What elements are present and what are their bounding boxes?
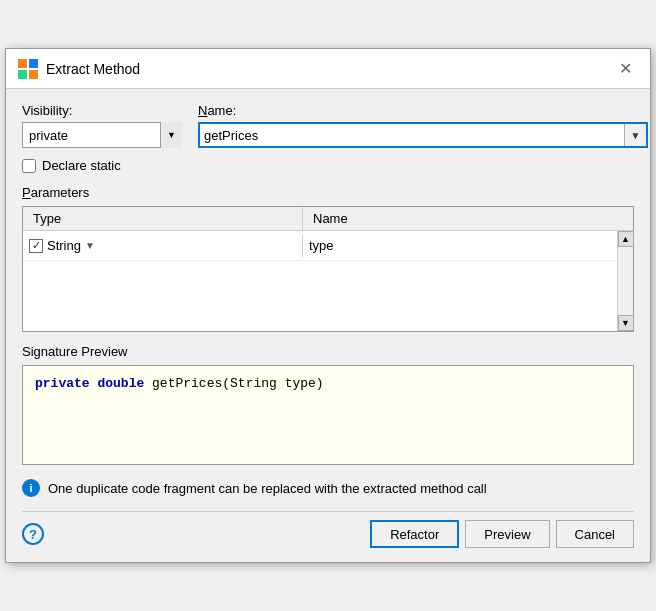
button-row: ? Refactor Preview Cancel <box>22 511 634 548</box>
visibility-select[interactable]: private public protected package <box>22 122 182 148</box>
parameters-section: Parameters Type Name ✓ String <box>22 185 634 332</box>
scroll-track <box>618 247 633 315</box>
cancel-button[interactable]: Cancel <box>556 520 634 548</box>
visibility-select-wrapper: private public protected package ▼ <box>22 122 182 148</box>
visibility-name-row: Visibility: private public protected pac… <box>22 103 634 148</box>
dialog-title: Extract Method <box>46 61 140 77</box>
dialog-content: Visibility: private public protected pac… <box>6 89 650 562</box>
signature-preview-box: private double getPrices(String type) <box>22 365 634 465</box>
parameters-table: Type Name ✓ String ▼ <box>22 206 634 332</box>
info-row: i One duplicate code fragment can be rep… <box>22 479 634 497</box>
name-value: type <box>309 238 334 253</box>
help-button[interactable]: ? <box>22 523 44 545</box>
name-dropdown-button[interactable]: ▼ <box>624 124 646 146</box>
name-label: Name: <box>198 103 648 118</box>
scroll-up-button[interactable]: ▲ <box>618 231 634 247</box>
name-cell: type <box>303 234 617 257</box>
visibility-label: Visibility: <box>22 103 182 118</box>
preview-button[interactable]: Preview <box>465 520 549 548</box>
table-row: ✓ String ▼ type <box>23 231 617 261</box>
params-scroll-area: ✓ String ▼ type <box>23 231 617 331</box>
info-icon: i <box>22 479 40 497</box>
sig-method-call: getPrices(String type) <box>152 376 324 391</box>
dialog-icon <box>18 59 38 79</box>
signature-section-label: Signature Preview <box>22 344 634 359</box>
svg-rect-1 <box>29 59 38 68</box>
type-cell: ✓ String ▼ <box>23 234 303 257</box>
svg-rect-2 <box>18 70 27 79</box>
svg-rect-0 <box>18 59 27 68</box>
scroll-down-button[interactable]: ▼ <box>618 315 634 331</box>
title-bar-left: Extract Method <box>18 59 140 79</box>
sig-private-keyword: private <box>35 376 90 391</box>
row-checkbox[interactable]: ✓ <box>29 239 43 253</box>
params-body: ✓ String ▼ type ▲ <box>23 231 633 331</box>
parameters-section-label: Parameters <box>22 185 634 200</box>
params-scrollbar: ▲ ▼ <box>617 231 633 331</box>
type-chevron-icon[interactable]: ▼ <box>85 240 95 251</box>
refactor-button[interactable]: Refactor <box>370 520 459 548</box>
declare-static-row: Declare static <box>22 158 634 173</box>
close-button[interactable]: ✕ <box>613 57 638 80</box>
extract-method-dialog: Extract Method ✕ Visibility: private pub… <box>5 48 651 563</box>
sig-return-type: double <box>97 376 144 391</box>
declare-static-label: Declare static <box>42 158 121 173</box>
signature-section: Signature Preview private double getPric… <box>22 344 634 465</box>
type-value: String <box>47 238 81 253</box>
visibility-field-group: Visibility: private public protected pac… <box>22 103 182 148</box>
name-field-group: Name: getPrices ▼ <box>198 103 648 148</box>
title-bar: Extract Method ✕ <box>6 49 650 89</box>
params-header-row: Type Name <box>23 207 633 231</box>
declare-static-checkbox[interactable] <box>22 159 36 173</box>
info-message: One duplicate code fragment can be repla… <box>48 481 487 496</box>
name-input[interactable]: getPrices <box>200 126 624 145</box>
type-column-header: Type <box>23 207 303 230</box>
name-column-header: Name <box>303 207 633 230</box>
name-input-container: getPrices ▼ <box>198 122 648 148</box>
svg-rect-3 <box>29 70 38 79</box>
